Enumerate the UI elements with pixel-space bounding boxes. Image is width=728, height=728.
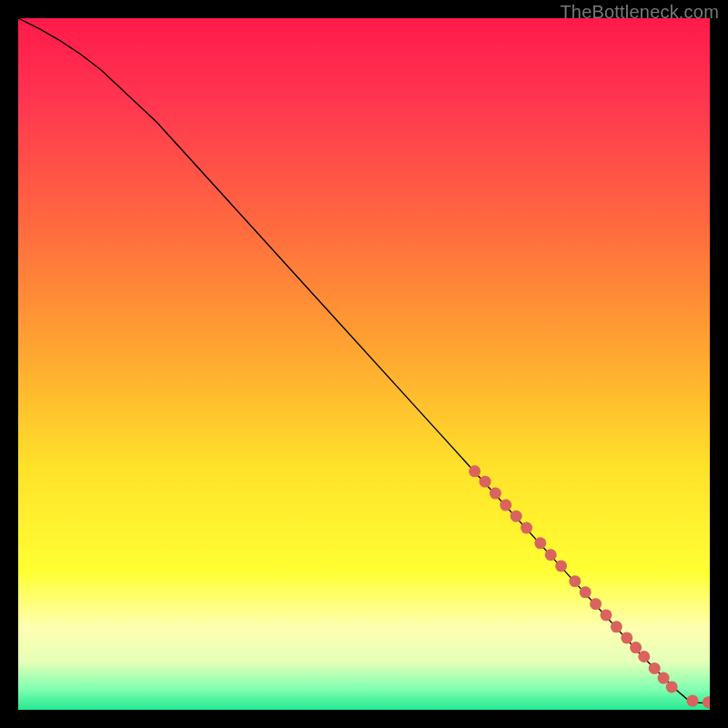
marker-point	[511, 511, 522, 522]
marker-point	[490, 488, 501, 500]
marker-point	[649, 662, 661, 674]
marker-point	[500, 500, 511, 511]
marker-point	[480, 476, 491, 488]
marker-point	[590, 598, 602, 610]
marker-point	[534, 537, 546, 549]
marker-point	[521, 522, 532, 534]
marker-point	[630, 642, 642, 653]
chart-svg	[18, 18, 710, 710]
marker-point	[601, 609, 612, 621]
chart-stage: TheBottleneck.com	[0, 0, 728, 728]
marker-point	[658, 672, 670, 684]
marker-point	[621, 632, 632, 643]
watermark-text: TheBottleneck.com	[560, 2, 719, 23]
marker-point	[545, 549, 557, 561]
marker-point	[569, 575, 581, 587]
marker-point	[687, 695, 699, 707]
marker-point	[638, 651, 650, 662]
marker-point	[469, 465, 480, 477]
marker-point	[580, 586, 592, 598]
plot-background	[18, 18, 710, 710]
marker-point	[666, 681, 678, 693]
marker-point	[611, 621, 622, 632]
marker-point	[555, 560, 567, 571]
